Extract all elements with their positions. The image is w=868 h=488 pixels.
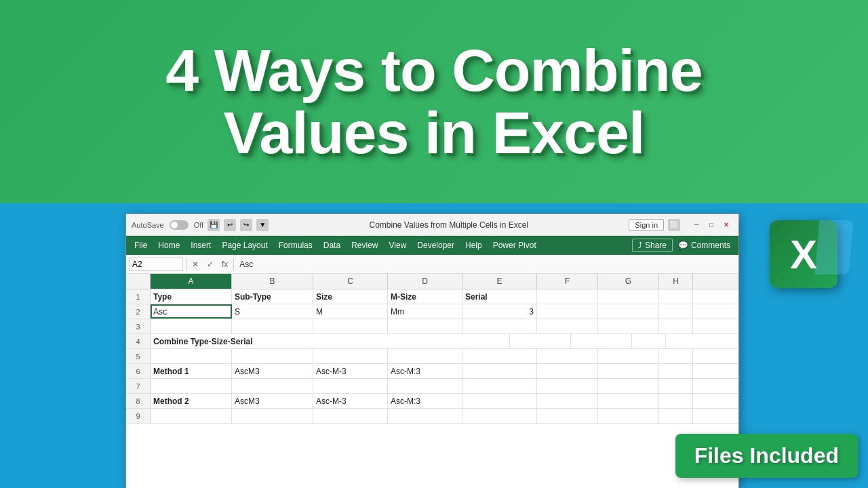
cell-f3[interactable] bbox=[537, 319, 598, 333]
menu-home[interactable]: Home bbox=[153, 238, 185, 253]
cell-c5[interactable] bbox=[313, 349, 388, 363]
cell-h6[interactable] bbox=[659, 364, 693, 378]
cell-f4[interactable] bbox=[510, 334, 571, 348]
col-header-d[interactable]: D bbox=[388, 274, 462, 289]
cell-g3[interactable] bbox=[598, 319, 659, 333]
cell-d5[interactable] bbox=[388, 349, 462, 363]
cell-b9[interactable] bbox=[232, 409, 313, 423]
cell-a1[interactable]: Type bbox=[151, 289, 232, 304]
cell-f8[interactable] bbox=[537, 394, 598, 408]
cell-e5[interactable] bbox=[462, 349, 537, 363]
cell-c8[interactable]: Asc-M-3 bbox=[313, 394, 388, 408]
cell-g9[interactable] bbox=[598, 409, 659, 423]
cell-c9[interactable] bbox=[313, 409, 388, 423]
cell-a8[interactable]: Method 2 bbox=[151, 394, 232, 408]
menu-page-layout[interactable]: Page Layout bbox=[216, 238, 273, 253]
cell-b7[interactable] bbox=[232, 379, 313, 393]
cell-d7[interactable] bbox=[388, 379, 462, 393]
cell-a7[interactable] bbox=[151, 379, 232, 393]
col-header-c[interactable]: C bbox=[313, 274, 388, 289]
undo-icon[interactable]: ↩ bbox=[224, 219, 236, 231]
col-header-f[interactable]: F bbox=[537, 274, 598, 289]
share-button[interactable]: ⤴ Share bbox=[632, 239, 673, 252]
cell-c3[interactable] bbox=[313, 319, 388, 333]
cell-g6[interactable] bbox=[598, 364, 659, 378]
menu-formulas[interactable]: Formulas bbox=[273, 238, 318, 253]
minimize-button[interactable]: ─ bbox=[690, 219, 703, 231]
ribbon-display-icon[interactable]: ⬜ bbox=[668, 219, 680, 231]
cell-e6[interactable] bbox=[462, 364, 537, 378]
confirm-formula-icon[interactable]: ✓ bbox=[204, 260, 216, 269]
cell-h2[interactable] bbox=[659, 304, 693, 319]
menu-data[interactable]: Data bbox=[318, 238, 346, 253]
cell-f5[interactable] bbox=[537, 349, 598, 363]
cell-b8[interactable]: AscM3 bbox=[232, 394, 313, 408]
cell-g4[interactable] bbox=[571, 334, 632, 348]
cell-b5[interactable] bbox=[232, 349, 313, 363]
cell-h4[interactable] bbox=[632, 334, 666, 348]
maximize-button[interactable]: □ bbox=[705, 219, 718, 231]
cancel-formula-icon[interactable]: ✕ bbox=[189, 260, 201, 269]
menu-power-pivot[interactable]: Power Pivot bbox=[488, 238, 542, 253]
cell-a6[interactable]: Method 1 bbox=[151, 364, 232, 378]
cell-c7[interactable] bbox=[313, 379, 388, 393]
cell-g2[interactable] bbox=[598, 304, 659, 319]
cell-d2[interactable]: Mm bbox=[388, 304, 462, 319]
cell-d6[interactable]: Asc-M:3 bbox=[388, 364, 462, 378]
cell-h7[interactable] bbox=[659, 379, 693, 393]
redo-icon[interactable]: ↪ bbox=[240, 219, 252, 231]
cell-a5[interactable] bbox=[151, 349, 232, 363]
col-header-h[interactable]: H bbox=[659, 274, 693, 289]
cell-a3[interactable] bbox=[151, 319, 232, 333]
cell-a9[interactable] bbox=[151, 409, 232, 423]
customize-icon[interactable]: ▼ bbox=[256, 219, 269, 231]
cell-g7[interactable] bbox=[598, 379, 659, 393]
cell-h3[interactable] bbox=[659, 319, 693, 333]
cell-e9[interactable] bbox=[462, 409, 537, 423]
close-button[interactable]: ✕ bbox=[719, 219, 733, 231]
menu-file[interactable]: File bbox=[129, 238, 153, 253]
cell-c6[interactable]: Asc-M-3 bbox=[313, 364, 388, 378]
signin-button[interactable]: Sign in bbox=[629, 219, 664, 231]
menu-help[interactable]: Help bbox=[460, 238, 488, 253]
cell-g1[interactable] bbox=[598, 289, 659, 304]
col-header-b[interactable]: B bbox=[232, 274, 313, 289]
formula-content[interactable]: Asc bbox=[237, 258, 736, 270]
cell-b2[interactable]: S bbox=[232, 304, 313, 319]
cell-e2[interactable]: 3 bbox=[462, 304, 537, 319]
cell-d8[interactable]: Asc-M:3 bbox=[388, 394, 462, 408]
menu-review[interactable]: Review bbox=[346, 238, 383, 253]
cell-h5[interactable] bbox=[659, 349, 693, 363]
cell-f6[interactable] bbox=[537, 364, 598, 378]
menu-insert[interactable]: Insert bbox=[185, 238, 216, 253]
cell-d3[interactable] bbox=[388, 319, 462, 333]
col-header-g[interactable]: G bbox=[598, 274, 659, 289]
cell-d1[interactable]: M-Size bbox=[388, 289, 462, 304]
cell-f2[interactable] bbox=[537, 304, 598, 319]
cell-b6[interactable]: AscM3 bbox=[232, 364, 313, 378]
cell-f7[interactable] bbox=[537, 379, 598, 393]
cell-d9[interactable] bbox=[388, 409, 462, 423]
cell-b3[interactable] bbox=[232, 319, 313, 333]
save-icon[interactable]: 💾 bbox=[208, 219, 220, 231]
name-box[interactable] bbox=[129, 258, 183, 271]
col-header-a[interactable]: A bbox=[151, 274, 232, 289]
comments-button[interactable]: 💬 Comments bbox=[673, 239, 736, 251]
insert-function-icon[interactable]: fx bbox=[219, 260, 231, 269]
cell-g5[interactable] bbox=[598, 349, 659, 363]
cell-a4[interactable]: Combine Type-Size-Serial bbox=[151, 334, 510, 348]
cell-g8[interactable] bbox=[598, 394, 659, 408]
cell-h1[interactable] bbox=[659, 289, 693, 304]
cell-c1[interactable]: Size bbox=[313, 289, 388, 304]
menu-developer[interactable]: Developer bbox=[412, 238, 460, 253]
cell-f9[interactable] bbox=[537, 409, 598, 423]
cell-h8[interactable] bbox=[659, 394, 693, 408]
cell-e8[interactable] bbox=[462, 394, 537, 408]
cell-h9[interactable] bbox=[659, 409, 693, 423]
cell-c2[interactable]: M bbox=[313, 304, 388, 319]
cell-e1[interactable]: Serial bbox=[462, 289, 537, 304]
cell-f1[interactable] bbox=[537, 289, 598, 304]
menu-view[interactable]: View bbox=[384, 238, 412, 253]
cell-e7[interactable] bbox=[462, 379, 537, 393]
cell-e3[interactable] bbox=[462, 319, 537, 333]
